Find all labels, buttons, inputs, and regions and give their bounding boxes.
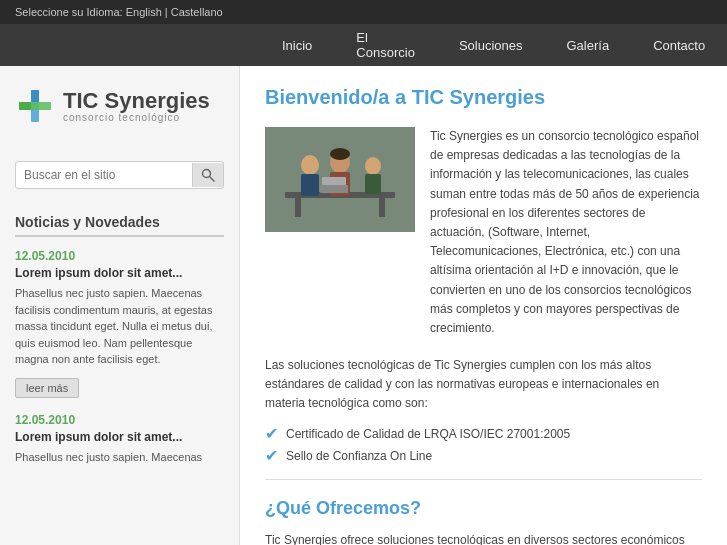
news-item-2: 12.05.2010 Lorem ipsum dolor sit amet...…: [15, 413, 224, 466]
svg-line-5: [210, 177, 215, 182]
cert-checkmark-2: ✔: [265, 448, 278, 464]
intro-text: Tic Synergies es un consorcio tecnológic…: [430, 127, 702, 338]
english-link[interactable]: English: [126, 6, 162, 18]
svg-rect-2: [31, 90, 39, 102]
svg-point-15: [330, 148, 350, 160]
sidebar: TIC Synergies consorcio tecnológico Noti…: [0, 66, 240, 545]
svg-rect-9: [295, 197, 301, 217]
logo-subtitle: consorcio tecnológico: [63, 112, 210, 123]
cert-text-1: Certificado de Calidad de LRQA ISO/IEC 2…: [286, 427, 570, 441]
nav-item-consorcio[interactable]: El Consorcio: [334, 24, 437, 66]
news-body-2: Phasellus nec justo sapien. Maecenas: [15, 449, 224, 466]
search-button[interactable]: [192, 163, 223, 187]
nav-item-soluciones[interactable]: Soluciones: [437, 24, 545, 66]
intro-image-svg: [265, 127, 415, 232]
svg-rect-19: [322, 177, 346, 185]
nav-item-contacto[interactable]: Contacto: [631, 24, 727, 66]
section-divider-1: [265, 479, 702, 480]
cert-checkmark-1: ✔: [265, 426, 278, 442]
lang-separator: |: [165, 6, 168, 18]
svg-rect-18: [320, 185, 348, 193]
svg-rect-3: [19, 102, 31, 110]
svg-rect-12: [301, 174, 319, 196]
search-area: [15, 161, 224, 189]
standards-text: Las soluciones tecnológicas de Tic Syner…: [265, 356, 702, 414]
logo-text-area: TIC Synergies consorcio tecnológico: [63, 90, 210, 123]
content-area: Bienvenido/a a TIC Synergies: [240, 66, 727, 545]
nav-bar: Inicio El Consorcio Soluciones Galería C…: [0, 24, 727, 66]
news-headline-1: Lorem ipsum dolor sit amet...: [15, 266, 224, 280]
language-label: Seleccione su Idioma:: [15, 6, 123, 18]
news-section: Noticias y Novedades 12.05.2010 Lorem ip…: [15, 214, 224, 465]
what-title: ¿Qué Ofrecemos?: [265, 498, 702, 519]
logo-title: TIC Synergies: [63, 90, 210, 112]
castellano-link[interactable]: Castellano: [171, 6, 223, 18]
search-input[interactable]: [16, 162, 192, 188]
main-wrapper: TIC Synergies consorcio tecnológico Noti…: [0, 66, 727, 545]
welcome-title: Bienvenido/a a TIC Synergies: [265, 86, 702, 109]
news-date-2: 12.05.2010: [15, 413, 224, 427]
news-body-1: Phasellus nec justo sapien. Maecenas fac…: [15, 285, 224, 368]
read-more-1[interactable]: leer más: [15, 378, 79, 398]
nav-item-galeria[interactable]: Galería: [545, 24, 632, 66]
logo-area: TIC Synergies consorcio tecnológico: [15, 86, 224, 136]
svg-point-16: [365, 157, 381, 175]
what-text: Tic Synergies ofrece soluciones tecnológ…: [265, 531, 702, 545]
svg-rect-10: [379, 197, 385, 217]
svg-rect-17: [365, 174, 381, 194]
top-bar: Seleccione su Idioma: English | Castella…: [0, 0, 727, 24]
cert-item-1: ✔ Certificado de Calidad de LRQA ISO/IEC…: [265, 426, 702, 442]
news-item-1: 12.05.2010 Lorem ipsum dolor sit amet...…: [15, 249, 224, 413]
svg-point-11: [301, 155, 319, 175]
intro-image: [265, 127, 415, 232]
cert-text-2: Sello de Confianza On Line: [286, 449, 432, 463]
intro-section: Tic Synergies es un consorcio tecnológic…: [265, 127, 702, 338]
cert-item-2: ✔ Sello de Confianza On Line: [265, 448, 702, 464]
nav-item-inicio[interactable]: Inicio: [260, 24, 334, 66]
search-icon: [201, 168, 215, 182]
logo-icon: [15, 86, 55, 126]
news-headline-2: Lorem ipsum dolor sit amet...: [15, 430, 224, 444]
news-date-1: 12.05.2010: [15, 249, 224, 263]
news-section-title: Noticias y Novedades: [15, 214, 224, 237]
